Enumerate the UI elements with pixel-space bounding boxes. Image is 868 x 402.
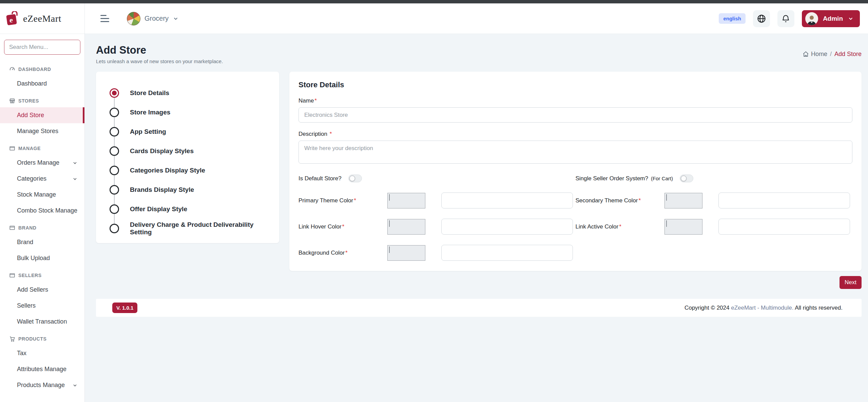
section-products: PRODUCTS bbox=[0, 330, 84, 345]
radio-icon[interactable] bbox=[110, 146, 119, 156]
page-subtitle: Lets unleash a wave of new stores on you… bbox=[96, 58, 223, 64]
secondary-theme-color-swatch[interactable] bbox=[664, 193, 702, 208]
sidebar-item-combo-stock-manage[interactable]: Combo Stock Manage bbox=[0, 203, 84, 219]
wizard-stepper: Store Details Store Images App Setting C… bbox=[96, 72, 279, 243]
breadcrumb-current: Add Store bbox=[834, 51, 862, 58]
sidebar-item-bulk-upload[interactable]: Bulk Upload bbox=[0, 250, 84, 266]
radio-selected-icon[interactable] bbox=[110, 88, 119, 98]
primary-theme-color-input[interactable] bbox=[441, 193, 573, 208]
copyright-text: Copyright © 2024 eZeeMart - Multimodule.… bbox=[684, 305, 843, 311]
link-active-color-label: Link Active Color* bbox=[576, 223, 664, 230]
stepper-step-store-images[interactable]: Store Images bbox=[110, 103, 272, 122]
radio-icon[interactable] bbox=[110, 204, 119, 214]
color-fill bbox=[666, 220, 667, 227]
chevron-down-icon bbox=[72, 160, 78, 166]
single-seller-label: Single Seller Order System? bbox=[576, 175, 648, 182]
ezeemart-logo-icon: e bbox=[5, 11, 20, 26]
store-details-form: Store Details Name* Description * Is Def… bbox=[289, 72, 862, 271]
stepper-step-offer-display-style[interactable]: Offer Display Style bbox=[110, 199, 272, 219]
sidebar-item-dashboard[interactable]: Dashboard bbox=[0, 76, 84, 92]
home-icon bbox=[803, 51, 809, 57]
sidebar-item-tax[interactable]: Tax bbox=[0, 345, 84, 361]
window-icon bbox=[9, 145, 15, 151]
color-fill bbox=[666, 194, 667, 201]
chevron-down-icon bbox=[173, 16, 179, 22]
sidebar-item-add-store[interactable]: Add Store bbox=[0, 107, 84, 123]
single-seller-toggle[interactable] bbox=[680, 175, 693, 182]
sidebar-item-sellers[interactable]: Sellers bbox=[0, 298, 84, 314]
primary-theme-color-label: Primary Theme Color* bbox=[298, 197, 387, 204]
window-top-strip bbox=[0, 0, 868, 3]
stepper-step-store-details[interactable]: Store Details bbox=[110, 83, 272, 103]
sidebar-item-brand[interactable]: Brand bbox=[0, 234, 84, 250]
sidebar-item-orders-manage[interactable]: Orders Manage bbox=[0, 155, 84, 171]
admin-avatar bbox=[805, 12, 818, 25]
section-brand: BRAND bbox=[0, 219, 84, 234]
main-area: Grocery english bbox=[85, 3, 868, 402]
breadcrumb-home[interactable]: Home bbox=[803, 51, 827, 58]
chevron-down-icon bbox=[848, 16, 854, 22]
link-active-color-input[interactable] bbox=[718, 219, 850, 235]
copyright-link[interactable]: eZeeMart - Multimodule. bbox=[731, 305, 793, 311]
name-label: Name* bbox=[298, 97, 852, 104]
top-header: Grocery english bbox=[85, 3, 868, 34]
primary-theme-color-swatch[interactable] bbox=[387, 193, 425, 208]
stepper-step-cards-display-styles[interactable]: Cards Display Styles bbox=[110, 141, 272, 161]
stepper-step-delivery-charge[interactable]: Delivery Charge & Product Deliverability… bbox=[110, 219, 272, 238]
secondary-theme-color-input[interactable] bbox=[718, 193, 850, 208]
color-fill bbox=[389, 246, 390, 253]
page-title: Add Store bbox=[96, 44, 223, 56]
sidebar-item-wallet-transaction[interactable]: Wallet Transaction bbox=[0, 314, 84, 330]
sidebar-item-categories[interactable]: Categories bbox=[0, 171, 84, 187]
stepper-step-categories-display-style[interactable]: Categories Display Style bbox=[110, 161, 272, 180]
language-globe-button[interactable] bbox=[753, 10, 770, 27]
brand[interactable]: e eZeeMart bbox=[0, 3, 84, 34]
radio-icon[interactable] bbox=[110, 127, 119, 136]
stepper-step-brands-display-style[interactable]: Brands Display Style bbox=[110, 180, 272, 199]
breadcrumb: Home / Add Store bbox=[803, 51, 862, 58]
stepper-step-app-setting[interactable]: App Setting bbox=[110, 122, 272, 141]
sidebar-item-attributes-manage[interactable]: Attributes Manage bbox=[0, 361, 84, 377]
svg-text:e: e bbox=[9, 16, 13, 24]
admin-menu-button[interactable]: Admin bbox=[802, 10, 860, 27]
store-description-textarea[interactable] bbox=[298, 141, 852, 164]
page-content: Add Store Lets unleash a wave of new sto… bbox=[85, 34, 868, 402]
globe-icon bbox=[757, 14, 766, 23]
grocery-store-avatar bbox=[127, 12, 140, 25]
sidebar-item-stock-manage[interactable]: Stock Manage bbox=[0, 187, 84, 203]
link-hover-color-input[interactable] bbox=[441, 219, 573, 235]
toggle-knob bbox=[681, 176, 687, 181]
window-icon bbox=[9, 272, 15, 278]
link-hover-color-swatch[interactable] bbox=[387, 219, 425, 235]
language-badge[interactable]: english bbox=[719, 13, 746, 24]
radio-icon[interactable] bbox=[110, 185, 119, 195]
is-default-store-toggle[interactable] bbox=[348, 175, 362, 182]
section-stores: STORES bbox=[0, 92, 84, 107]
next-button[interactable]: Next bbox=[840, 276, 862, 289]
form-heading: Store Details bbox=[298, 80, 852, 89]
notifications-button[interactable] bbox=[777, 10, 794, 27]
version-badge: V. 1.0.1 bbox=[112, 303, 137, 313]
store-icon bbox=[9, 98, 15, 104]
radio-icon[interactable] bbox=[110, 108, 119, 117]
search-menu-input[interactable] bbox=[4, 40, 80, 55]
background-color-label: Background Color* bbox=[298, 250, 387, 256]
hamburger-menu-icon[interactable] bbox=[98, 13, 111, 24]
default-store-label: Is Default Store? bbox=[298, 175, 342, 182]
background-color-input[interactable] bbox=[441, 245, 573, 261]
background-color-swatch[interactable] bbox=[387, 245, 425, 261]
color-fill bbox=[389, 194, 390, 201]
sidebar-item-manage-stores[interactable]: Manage Stores bbox=[0, 123, 84, 139]
section-manage: MANAGE bbox=[0, 139, 84, 155]
sidebar-item-products-manage[interactable]: Products Manage bbox=[0, 377, 84, 393]
radio-icon[interactable] bbox=[110, 166, 119, 175]
sidebar-item-add-sellers[interactable]: Add Sellers bbox=[0, 282, 84, 298]
description-label: Description * bbox=[298, 131, 852, 138]
radio-icon[interactable] bbox=[110, 224, 119, 233]
secondary-theme-color-label: Secondary Theme Color* bbox=[576, 197, 664, 204]
chevron-down-icon bbox=[72, 176, 78, 182]
store-switcher[interactable]: Grocery bbox=[127, 12, 179, 25]
link-active-color-swatch[interactable] bbox=[664, 219, 702, 235]
store-name-input[interactable] bbox=[298, 107, 852, 123]
required-mark: * bbox=[330, 131, 332, 137]
